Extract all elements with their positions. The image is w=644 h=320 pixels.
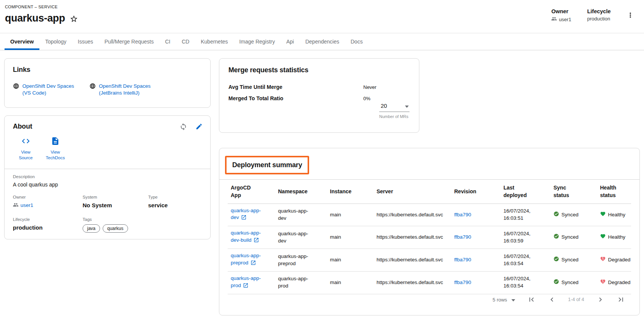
next-page-button[interactable] [596,295,605,304]
tab-image-registry[interactable]: Image Registry [234,33,281,50]
namespace-cell: quarkus-app-preprod [278,253,314,267]
col-sync-status: Sync status [550,180,597,203]
description-value: A cool quarkus app [13,182,202,188]
type-field-value: service [148,202,202,208]
lifecycle-label: Lifecycle [587,8,611,14]
link-devspaces-vscode[interactable]: OpenShift Dev Spaces (VS Code) [13,83,80,96]
rows-per-page-select[interactable]: 5 rows [492,297,515,303]
revision-link[interactable]: ffba790 [454,234,471,240]
owner-field-label: Owner [13,195,83,199]
chevron-down-icon [405,103,409,109]
lifecycle-field-label: Lifecycle [13,217,83,222]
server-cell: https://kubernetes.default.svc [374,203,451,226]
tag-chip-java[interactable]: java [83,224,100,233]
last-page-button[interactable] [617,295,625,304]
system-field-label: System [83,195,148,199]
favorite-star-icon[interactable] [70,15,78,23]
col-namespace: Namespace [275,180,327,203]
type-field: Type service [148,195,202,209]
mr-count-select[interactable]: 20 [379,103,410,112]
entity-header-left: COMPONENT – SERVICE quarkus-app [5,5,78,24]
tab-pull-merge-requests[interactable]: Pull/Merge Requests [99,33,159,50]
deployment-table: ArgoCD App Namespace Instance Server Rev… [228,180,631,294]
table-row: quarkus-app-dev quarkus-app-dev main htt… [228,203,631,226]
col-health-status: Health status [597,180,631,203]
type-field-label: Type [148,195,202,199]
tags-field: Tags javaquarkus [83,217,148,233]
deployment-summary-highlight-box: Deployment summary [225,156,309,174]
refresh-icon[interactable] [180,123,187,130]
code-icon [21,137,30,148]
sync-status-cell: Synced [553,279,578,287]
argocd-app-link[interactable]: quarkus-app-preprod [231,253,261,266]
view-techdocs-button[interactable]: View TechDocs [43,137,67,161]
health-status-cell: Healthy [600,233,625,241]
prev-page-button[interactable] [548,295,556,304]
health-status-cell: Degraded [600,279,630,287]
lifecycle-meta: Lifecycle production [587,8,611,22]
lifecycle-value: production [587,16,610,22]
page-title: quarkus-app [5,12,65,24]
links-card-title: Links [13,66,202,74]
deployment-summary-title: Deployment summary [232,161,302,169]
table-row: quarkus-app-preprod quarkus-app-preprod … [228,249,631,272]
health-status-cell: Healthy [600,211,625,219]
about-card: About View Sou [4,115,211,239]
table-row: quarkus-app-dev-build quarkus-app-dev ma… [228,226,631,249]
tab-docs[interactable]: Docs [345,33,368,50]
tab-api[interactable]: Api [281,33,300,50]
page-range-label: 1-4 of 4 [568,297,584,302]
tab-cd[interactable]: CD [176,33,195,50]
globe-icon [13,83,19,91]
tab-dependencies[interactable]: Dependencies [300,33,345,50]
tag-chip-quarkus[interactable]: quarkus [103,224,128,233]
revision-link[interactable]: ffba790 [454,257,471,263]
tab-issues[interactable]: Issues [72,33,98,50]
namespace-cell: quarkus-app-dev [278,208,314,222]
tab-kubernetes[interactable]: Kubernetes [195,33,234,50]
col-revision: Revision [451,180,500,203]
argocd-app-link[interactable]: quarkus-app-dev-build [231,230,261,243]
revision-link[interactable]: ffba790 [454,212,471,217]
entity-page: COMPONENT – SERVICE quarkus-app Owner us… [0,0,644,320]
broken-heart-icon [600,279,606,287]
argocd-app-link[interactable]: quarkus-app-dev [231,208,261,221]
system-field: System No System [83,195,148,209]
entity-kind-label: COMPONENT – SERVICE [5,5,78,9]
tags-field-label: Tags [83,217,148,222]
group-icon [13,202,19,209]
link-label: OpenShift Dev Spaces (VS Code) [22,83,80,96]
col-last-deployed: Last deployed [500,180,550,203]
col-server: Server [374,180,451,203]
owner-user-link[interactable]: user1 [13,202,33,209]
check-circle-icon [553,279,559,287]
owner-field-value: user1 [20,202,33,208]
edit-pencil-icon[interactable] [195,123,203,130]
merged-ratio-label: Merged To Total Ratio [228,95,363,101]
description-label: Description [13,174,202,179]
avg-time-value: Never [363,84,410,90]
external-link-icon [243,284,249,289]
table-pagination: 5 rows 1-4 of 4 [228,295,631,315]
stat-row: Avg Time Until Merge Never [228,84,410,90]
argocd-app-link[interactable]: quarkus-app-prod [231,275,261,288]
group-icon [551,16,557,23]
server-cell: https://kubernetes.default.svc [374,226,451,249]
server-cell: https://kubernetes.default.svc [374,271,451,294]
namespace-cell: quarkus-app-dev [278,230,314,245]
first-page-button[interactable] [527,295,536,304]
revision-link[interactable]: ffba790 [454,280,471,285]
kebab-menu-icon[interactable] [627,11,634,20]
rows-per-page-value: 5 rows [492,297,507,303]
stat-row: Merged To Total Ratio 0% [228,95,410,101]
external-link-icon [250,261,256,267]
view-techdocs-label: View TechDocs [43,149,67,161]
tab-topology[interactable]: Topology [39,33,72,50]
tab-overview[interactable]: Overview [5,33,39,50]
link-devspaces-intellij[interactable]: OpenShift Dev Spaces (JetBrains IntelliJ… [89,83,157,96]
server-cell: https://kubernetes.default.svc [374,249,451,272]
tab-ci[interactable]: CI [159,33,176,50]
instance-cell: main [327,203,374,226]
last-deployed-cell: 16/07/2024, 16:03:54 [500,271,550,294]
view-source-button[interactable]: View Source [14,137,38,161]
